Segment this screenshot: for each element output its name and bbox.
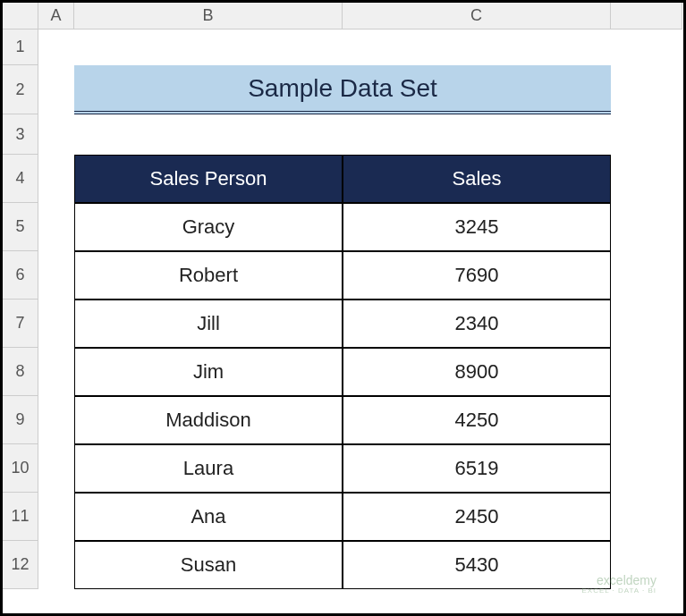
cell-d7[interactable] <box>611 300 682 348</box>
table-row[interactable]: Ana <box>74 493 343 541</box>
watermark-sub: EXCEL · DATA · BI <box>581 587 656 595</box>
cell-d5[interactable] <box>611 203 682 251</box>
row-header-12[interactable]: 12 <box>3 541 38 589</box>
title-cell[interactable]: Sample Data Set <box>74 65 611 114</box>
cell-a2[interactable] <box>38 65 74 114</box>
row-header-9[interactable]: 9 <box>3 396 38 444</box>
row-header-11[interactable]: 11 <box>3 493 38 541</box>
row-header-4[interactable]: 4 <box>3 155 38 203</box>
table-header-person[interactable]: Sales Person <box>74 155 343 203</box>
cell-d8[interactable] <box>611 348 682 396</box>
table-header-sales[interactable]: Sales <box>343 155 611 203</box>
cell-a6[interactable] <box>38 251 74 300</box>
row-header-6[interactable]: 6 <box>3 251 38 300</box>
col-header-a[interactable]: A <box>38 3 74 30</box>
row-header-1[interactable]: 1 <box>3 30 38 65</box>
cell-a12[interactable] <box>38 541 74 589</box>
cell-row3[interactable] <box>38 114 682 155</box>
corner-cell[interactable] <box>3 3 38 30</box>
watermark-main: exceldemy <box>581 574 656 587</box>
cell-a5[interactable] <box>38 203 74 251</box>
table-row[interactable]: 4250 <box>343 396 611 444</box>
table-row[interactable]: Jim <box>74 348 343 396</box>
row-header-8[interactable]: 8 <box>3 348 38 396</box>
cell-a8[interactable] <box>38 348 74 396</box>
row-header-5[interactable]: 5 <box>3 203 38 251</box>
spreadsheet-grid: A B C 1 2 Sample Data Set 3 4 Sales Pers… <box>3 3 683 613</box>
row-header-7[interactable]: 7 <box>3 300 38 348</box>
row-header-10[interactable]: 10 <box>3 444 38 493</box>
cell-d10[interactable] <box>611 444 682 493</box>
table-row[interactable]: 8900 <box>343 348 611 396</box>
table-row[interactable]: 6519 <box>343 444 611 493</box>
cell-d2[interactable] <box>611 65 682 114</box>
table-row[interactable]: Robert <box>74 251 343 300</box>
cell-a7[interactable] <box>38 300 74 348</box>
table-row[interactable]: 5430 <box>343 541 611 589</box>
table-row[interactable]: 7690 <box>343 251 611 300</box>
table-row[interactable]: Gracy <box>74 203 343 251</box>
row-header-3[interactable]: 3 <box>3 114 38 155</box>
cell-row1[interactable] <box>38 30 682 65</box>
watermark: exceldemy EXCEL · DATA · BI <box>581 574 656 595</box>
cell-d11[interactable] <box>611 493 682 541</box>
table-row[interactable]: 2450 <box>343 493 611 541</box>
table-row[interactable]: 3245 <box>343 203 611 251</box>
table-row[interactable]: 2340 <box>343 300 611 348</box>
cell-a11[interactable] <box>38 493 74 541</box>
cell-d9[interactable] <box>611 396 682 444</box>
cell-a9[interactable] <box>38 396 74 444</box>
col-header-d[interactable] <box>611 3 682 30</box>
cell-d4[interactable] <box>611 155 682 203</box>
table-row[interactable]: Susan <box>74 541 343 589</box>
col-header-c[interactable]: C <box>343 3 611 30</box>
row-header-2[interactable]: 2 <box>3 65 38 114</box>
table-row[interactable]: Jill <box>74 300 343 348</box>
cell-d6[interactable] <box>611 251 682 300</box>
col-header-b[interactable]: B <box>74 3 343 30</box>
table-row[interactable]: Maddison <box>74 396 343 444</box>
cell-a4[interactable] <box>38 155 74 203</box>
cell-a10[interactable] <box>38 444 74 493</box>
table-row[interactable]: Laura <box>74 444 343 493</box>
